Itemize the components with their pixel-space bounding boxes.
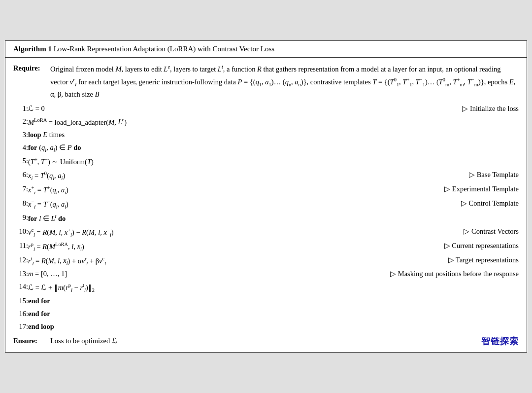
line-num-5: 5: [13, 155, 28, 169]
line-content-5: (T+, T−) ∼ Uniform(T) [28, 155, 241, 169]
line-comment-16 [241, 308, 519, 321]
line-comment-8: ▷ Control Template [241, 197, 519, 212]
line-content-6: xi = T0(qi, ai) [28, 169, 241, 183]
line-comment-10: ▷ Contrast Vectors [241, 225, 519, 240]
algorithm-lines: 1: ℒ = 0 ▷ Initialize the loss 2: MLoRA … [13, 103, 519, 333]
line-content-2: MLoRA = load_lora_adapter(M, Le) [28, 115, 241, 129]
algorithm-title-bar: Algorithm 1 Low-Rank Representation Adap… [5, 41, 527, 58]
line-content-1: ℒ = 0 [28, 103, 241, 115]
line-num-10: 10: [13, 225, 28, 240]
line-6: 6: xi = T0(qi, ai) ▷ Base Template [13, 169, 519, 183]
algorithm-box: Algorithm 1 Low-Rank Representation Adap… [5, 40, 527, 353]
algorithm-title-text: Low-Rank Representation Adaptation (LoRR… [52, 45, 274, 53]
line-num-11: 11: [13, 240, 28, 254]
algorithm-label: Algorithm 1 [13, 45, 52, 53]
ensure-text: Loss to be optimized ℒ [50, 335, 117, 347]
line-12: 12: rtl = R(M, l, xi) + αvrl + βvcl ▷ Ta… [13, 254, 519, 268]
line-comment-3 [241, 129, 519, 142]
line-comment-17 [241, 321, 519, 333]
line-16: 16: end for [13, 308, 519, 321]
ensure-block: Ensure: Loss to be optimized ℒ [13, 335, 519, 347]
line-comment-1: ▷ Initialize the loss [241, 103, 519, 115]
line-num-4: 4: [13, 142, 28, 155]
line-2: 2: MLoRA = load_lora_adapter(M, Le) [13, 115, 519, 129]
line-content-15: end for [28, 295, 241, 308]
watermark: 智链探索 [481, 335, 519, 347]
require-label: Require: [13, 63, 50, 101]
line-5: 5: (T+, T−) ∼ Uniform(T) [13, 155, 519, 169]
line-8: 8: x−i = T−(qi, ai) ▷ Control Template [13, 197, 519, 212]
algorithm-body: Require: Original frozen model M, layers… [5, 58, 527, 352]
line-1: 1: ℒ = 0 ▷ Initialize the loss [13, 103, 519, 115]
line-content-16: end for [28, 308, 241, 321]
line-num-15: 15: [13, 295, 28, 308]
line-num-8: 8: [13, 197, 28, 212]
line-content-14: ℒ = ℒ + ‖m(rpl − rtl)‖2 [28, 281, 241, 295]
line-comment-6: ▷ Base Template [241, 169, 519, 183]
line-comment-7: ▷ Experimental Template [241, 183, 519, 197]
line-15: 15: end for [13, 295, 519, 308]
line-num-13: 13: [13, 268, 28, 281]
line-num-3: 3: [13, 129, 28, 142]
line-content-17: end loop [28, 321, 241, 333]
line-comment-11: ▷ Current representations [241, 240, 519, 254]
line-11: 11: rpl = R(MLoRA, l, xi) ▷ Current repr… [13, 240, 519, 254]
line-10: 10: vcl = R(M, l, x+i) − R(M, l, x−i) ▷ … [13, 225, 519, 240]
line-num-1: 1: [13, 103, 28, 115]
line-content-12: rtl = R(M, l, xi) + αvrl + βvcl [28, 254, 241, 268]
line-num-2: 2: [13, 115, 28, 129]
line-num-17: 17: [13, 321, 28, 333]
require-text: Original frozen model M, layers to edit … [50, 63, 519, 101]
line-content-8: x−i = T−(qi, ai) [28, 197, 241, 212]
line-num-16: 16: [13, 308, 28, 321]
line-comment-13: ▷ Masking out positions before the respo… [241, 268, 519, 281]
line-content-7: x+i = T+(qi, ai) [28, 183, 241, 197]
line-content-13: m = [0, …, 1] [28, 268, 241, 281]
line-comment-12: ▷ Target representations [241, 254, 519, 268]
line-7: 7: x+i = T+(qi, ai) ▷ Experimental Templ… [13, 183, 519, 197]
require-block: Require: Original frozen model M, layers… [13, 63, 519, 101]
line-9: 9: for l ∈ Lt do [13, 212, 519, 225]
line-comment-5 [241, 155, 519, 169]
line-content-11: rpl = R(MLoRA, l, xi) [28, 240, 241, 254]
line-comment-4 [241, 142, 519, 155]
line-num-14: 14: [13, 281, 28, 295]
line-4: 4: for (qi, ai) ∈ P do [13, 142, 519, 155]
line-comment-15 [241, 295, 519, 308]
line-14: 14: ℒ = ℒ + ‖m(rpl − rtl)‖2 [13, 281, 519, 295]
line-content-10: vcl = R(M, l, x+i) − R(M, l, x−i) [28, 225, 241, 240]
ensure-label: Ensure: [13, 335, 50, 347]
line-content-9: for l ∈ Lt do [28, 212, 241, 225]
line-num-9: 9: [13, 212, 28, 225]
line-num-6: 6: [13, 169, 28, 183]
line-content-3: loop E times [28, 129, 241, 142]
line-comment-14 [241, 281, 519, 295]
line-3: 3: loop E times [13, 129, 519, 142]
line-13: 13: m = [0, …, 1] ▷ Masking out position… [13, 268, 519, 281]
line-comment-2 [241, 115, 519, 129]
line-comment-9 [241, 212, 519, 225]
line-17: 17: end loop [13, 321, 519, 333]
line-num-12: 12: [13, 254, 28, 268]
line-num-7: 7: [13, 183, 28, 197]
line-content-4: for (qi, ai) ∈ P do [28, 142, 241, 155]
